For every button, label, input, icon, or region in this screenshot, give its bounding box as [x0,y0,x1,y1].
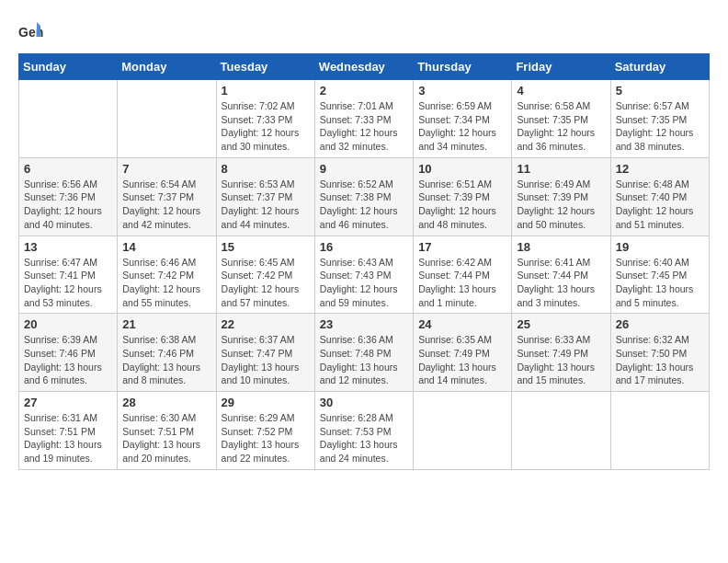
calendar-cell: 18Sunrise: 6:41 AM Sunset: 7:44 PM Dayli… [512,236,610,314]
calendar-week-row: 1Sunrise: 7:02 AM Sunset: 7:33 PM Daylig… [19,80,710,158]
day-info: Sunrise: 6:42 AM Sunset: 7:44 PM Dayligh… [418,256,506,310]
calendar-cell: 10Sunrise: 6:51 AM Sunset: 7:39 PM Dayli… [414,157,512,236]
calendar-cell [19,80,118,158]
day-number: 22 [222,317,310,331]
day-number: 21 [122,317,210,331]
day-number: 24 [418,317,506,331]
calendar-cell: 15Sunrise: 6:45 AM Sunset: 7:42 PM Dayli… [216,236,314,314]
day-info: Sunrise: 6:47 AM Sunset: 7:41 PM Dayligh… [24,256,112,310]
day-info: Sunrise: 6:33 AM Sunset: 7:49 PM Dayligh… [517,333,605,387]
day-info: Sunrise: 7:02 AM Sunset: 7:33 PM Dayligh… [222,99,310,154]
calendar-cell: 28Sunrise: 6:30 AM Sunset: 7:51 PM Dayli… [118,392,216,470]
calendar-cell: 20Sunrise: 6:39 AM Sunset: 7:46 PM Dayli… [19,314,118,392]
day-info: Sunrise: 6:49 AM Sunset: 7:39 PM Dayligh… [517,178,605,232]
calendar-cell: 21Sunrise: 6:38 AM Sunset: 7:46 PM Dayli… [118,314,216,392]
calendar-day-header: Wednesday [314,54,413,80]
calendar-cell: 17Sunrise: 6:42 AM Sunset: 7:44 PM Dayli… [414,236,512,314]
day-number: 30 [320,396,408,409]
day-number: 11 [517,162,605,176]
day-number: 27 [24,396,112,409]
day-info: Sunrise: 6:53 AM Sunset: 7:37 PM Dayligh… [222,178,310,232]
day-number: 16 [320,240,408,254]
day-number: 8 [222,162,310,176]
logo: Gen [18,18,48,44]
calendar-cell: 30Sunrise: 6:28 AM Sunset: 7:53 PM Dayli… [314,392,413,470]
calendar-header-row: SundayMondayTuesdayWednesdayThursdayFrid… [19,54,710,80]
calendar-cell: 9Sunrise: 6:52 AM Sunset: 7:38 PM Daylig… [314,157,413,236]
calendar-day-header: Saturday [610,54,709,80]
day-info: Sunrise: 6:29 AM Sunset: 7:52 PM Dayligh… [222,411,310,465]
calendar-day-header: Thursday [414,54,512,80]
day-info: Sunrise: 6:59 AM Sunset: 7:34 PM Dayligh… [418,99,506,154]
day-number: 2 [320,84,408,98]
calendar-cell: 23Sunrise: 6:36 AM Sunset: 7:48 PM Dayli… [314,314,413,392]
calendar-day-header: Monday [118,54,216,80]
calendar-cell: 16Sunrise: 6:43 AM Sunset: 7:43 PM Dayli… [314,236,413,314]
day-info: Sunrise: 7:01 AM Sunset: 7:33 PM Dayligh… [320,99,408,154]
calendar-cell [414,392,512,470]
calendar-cell: 25Sunrise: 6:33 AM Sunset: 7:49 PM Dayli… [512,314,610,392]
calendar-cell: 3Sunrise: 6:59 AM Sunset: 7:34 PM Daylig… [414,80,512,158]
day-info: Sunrise: 6:56 AM Sunset: 7:36 PM Dayligh… [24,178,112,232]
day-number: 13 [24,240,112,254]
day-info: Sunrise: 6:35 AM Sunset: 7:49 PM Dayligh… [418,333,506,387]
calendar-cell: 19Sunrise: 6:40 AM Sunset: 7:45 PM Dayli… [610,236,709,314]
calendar-cell: 27Sunrise: 6:31 AM Sunset: 7:51 PM Dayli… [19,392,118,470]
calendar-week-row: 6Sunrise: 6:56 AM Sunset: 7:36 PM Daylig… [19,157,710,236]
day-number: 12 [616,162,704,176]
day-number: 5 [616,84,704,98]
day-number: 1 [222,84,310,98]
day-number: 3 [418,84,506,98]
calendar-cell: 14Sunrise: 6:46 AM Sunset: 7:42 PM Dayli… [118,236,216,314]
calendar-cell: 2Sunrise: 7:01 AM Sunset: 7:33 PM Daylig… [314,80,413,158]
day-number: 26 [616,317,704,331]
calendar-cell: 12Sunrise: 6:48 AM Sunset: 7:40 PM Dayli… [610,157,709,236]
day-info: Sunrise: 6:45 AM Sunset: 7:42 PM Dayligh… [222,256,310,310]
calendar-body: 1Sunrise: 7:02 AM Sunset: 7:33 PM Daylig… [19,80,710,470]
calendar-week-row: 27Sunrise: 6:31 AM Sunset: 7:51 PM Dayli… [19,392,710,470]
day-number: 14 [122,240,210,254]
calendar-cell [118,80,216,158]
logo-icon: Gen [18,18,44,44]
page-header: Gen [18,18,710,44]
day-info: Sunrise: 6:28 AM Sunset: 7:53 PM Dayligh… [320,411,408,465]
day-info: Sunrise: 6:38 AM Sunset: 7:46 PM Dayligh… [122,333,210,387]
calendar-cell: 11Sunrise: 6:49 AM Sunset: 7:39 PM Dayli… [512,157,610,236]
day-info: Sunrise: 6:54 AM Sunset: 7:37 PM Dayligh… [122,178,210,232]
day-info: Sunrise: 6:32 AM Sunset: 7:50 PM Dayligh… [616,333,704,387]
calendar-cell: 13Sunrise: 6:47 AM Sunset: 7:41 PM Dayli… [19,236,118,314]
calendar-week-row: 20Sunrise: 6:39 AM Sunset: 7:46 PM Dayli… [19,314,710,392]
day-number: 20 [24,317,112,331]
day-info: Sunrise: 6:37 AM Sunset: 7:47 PM Dayligh… [222,333,310,387]
calendar-week-row: 13Sunrise: 6:47 AM Sunset: 7:41 PM Dayli… [19,236,710,314]
day-number: 6 [24,162,112,176]
day-number: 18 [517,240,605,254]
calendar-cell: 4Sunrise: 6:58 AM Sunset: 7:35 PM Daylig… [512,80,610,158]
calendar-cell: 5Sunrise: 6:57 AM Sunset: 7:35 PM Daylig… [610,80,709,158]
calendar-day-header: Tuesday [216,54,314,80]
calendar-cell [512,392,610,470]
day-info: Sunrise: 6:51 AM Sunset: 7:39 PM Dayligh… [418,178,506,232]
calendar-table: SundayMondayTuesdayWednesdayThursdayFrid… [18,53,710,470]
day-number: 9 [320,162,408,176]
day-info: Sunrise: 6:48 AM Sunset: 7:40 PM Dayligh… [616,178,704,232]
calendar-cell: 6Sunrise: 6:56 AM Sunset: 7:36 PM Daylig… [19,157,118,236]
calendar-cell: 22Sunrise: 6:37 AM Sunset: 7:47 PM Dayli… [216,314,314,392]
day-number: 7 [122,162,210,176]
day-info: Sunrise: 6:31 AM Sunset: 7:51 PM Dayligh… [24,411,112,465]
day-info: Sunrise: 6:30 AM Sunset: 7:51 PM Dayligh… [122,411,210,465]
calendar-cell: 1Sunrise: 7:02 AM Sunset: 7:33 PM Daylig… [216,80,314,158]
calendar-day-header: Friday [512,54,610,80]
calendar-day-header: Sunday [19,54,118,80]
day-number: 4 [517,84,605,98]
day-info: Sunrise: 6:39 AM Sunset: 7:46 PM Dayligh… [24,333,112,387]
day-info: Sunrise: 6:58 AM Sunset: 7:35 PM Dayligh… [517,99,605,154]
day-number: 23 [320,317,408,331]
calendar-cell: 29Sunrise: 6:29 AM Sunset: 7:52 PM Dayli… [216,392,314,470]
calendar-cell: 8Sunrise: 6:53 AM Sunset: 7:37 PM Daylig… [216,157,314,236]
day-number: 17 [418,240,506,254]
day-info: Sunrise: 6:43 AM Sunset: 7:43 PM Dayligh… [320,256,408,310]
day-number: 10 [418,162,506,176]
day-info: Sunrise: 6:52 AM Sunset: 7:38 PM Dayligh… [320,178,408,232]
calendar-cell [610,392,709,470]
